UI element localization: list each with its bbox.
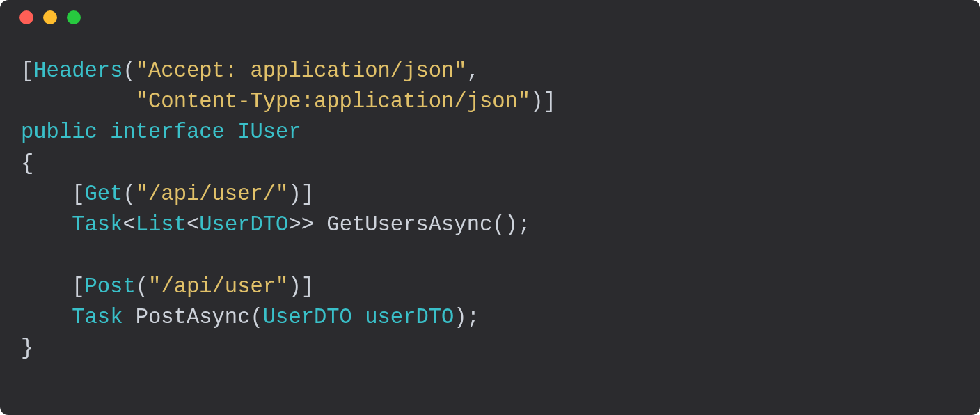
code-window: [Headers("Accept: application/json", "Co… [0, 0, 980, 415]
window-titlebar [0, 0, 980, 35]
code-token: [ [21, 275, 85, 299]
code-token [122, 306, 135, 329]
code-token: )] [288, 182, 314, 206]
code-token: ( [122, 59, 135, 83]
code-token: ( [136, 275, 148, 299]
code-token: UserDTO [199, 213, 288, 237]
code-editor[interactable]: [Headers("Accept: application/json", "Co… [0, 35, 980, 363]
code-token: (); [492, 213, 530, 237]
code-token: userDTO [365, 306, 454, 329]
code-line: [Post("/api/user")] [21, 272, 959, 302]
code-token [21, 213, 72, 237]
code-token: < [187, 213, 199, 237]
code-line: Task<List<UserDTO>> GetUsersAsync(); [21, 210, 959, 240]
code-token: GetUsersAsync [326, 213, 492, 237]
code-token: PostAsync [136, 306, 251, 329]
code-token: ( [250, 306, 262, 329]
code-line: [Get("/api/user/")] [21, 179, 959, 210]
minimize-button[interactable] [43, 10, 57, 24]
code-line: { [21, 148, 959, 179]
code-token: UserDTO [263, 306, 352, 329]
code-token: interface [110, 120, 225, 144]
code-token [225, 120, 237, 144]
code-token: >> [288, 213, 326, 237]
code-token: < [122, 213, 135, 237]
code-token: )] [288, 275, 314, 299]
code-line [21, 240, 959, 271]
code-token: public [21, 120, 97, 144]
code-token [21, 90, 136, 113]
code-token: [ [21, 59, 33, 83]
code-token: ); [454, 306, 480, 329]
code-token: [ [21, 182, 85, 206]
maximize-button[interactable] [67, 10, 81, 24]
code-token: Task [72, 213, 122, 237]
code-token: Get [85, 182, 123, 206]
code-line: "Content-Type:application/json")] [21, 86, 959, 117]
code-line: public interface IUser [21, 117, 959, 148]
code-line: Task PostAsync(UserDTO userDTO); [21, 302, 959, 333]
code-token: "/api/user" [148, 275, 288, 299]
close-button[interactable] [19, 10, 33, 24]
code-token: "Content-Type:application/json" [136, 90, 530, 113]
code-token: { [21, 152, 33, 175]
code-token: Headers [33, 59, 122, 83]
code-token: "/api/user/" [136, 182, 289, 206]
code-token: ( [122, 182, 135, 206]
code-token: "Accept: application/json" [136, 59, 467, 83]
code-token: } [21, 336, 33, 360]
code-line: } [21, 333, 959, 363]
code-line: [Headers("Accept: application/json", [21, 56, 959, 86]
code-token [352, 306, 365, 329]
code-token: Post [85, 275, 136, 299]
code-token [21, 306, 72, 329]
code-token: IUser [237, 120, 301, 144]
code-token [97, 120, 110, 144]
code-token: Task [72, 306, 122, 329]
code-token: List [136, 213, 187, 237]
code-token: , [467, 59, 480, 83]
code-token: )] [530, 90, 556, 113]
